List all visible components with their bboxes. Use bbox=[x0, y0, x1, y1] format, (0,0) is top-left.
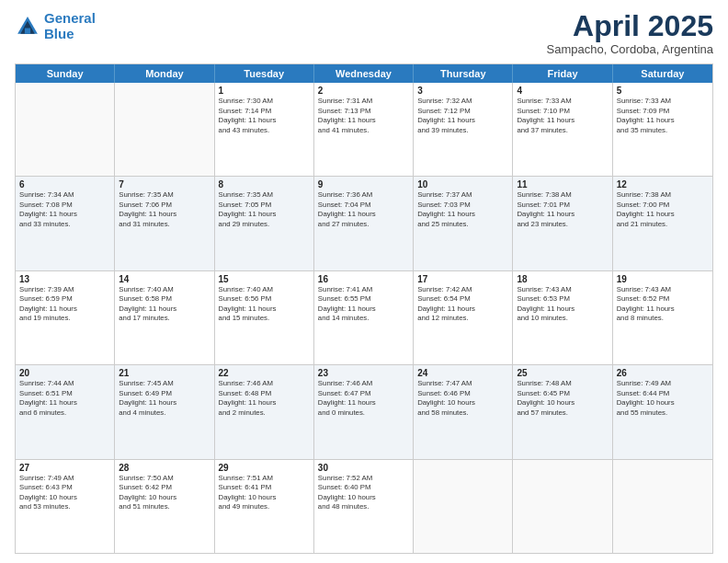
day-cell-6: 6Sunrise: 7:34 AM Sunset: 7:08 PM Daylig… bbox=[16, 177, 115, 270]
day-cell-17: 17Sunrise: 7:42 AM Sunset: 6:54 PM Dayli… bbox=[414, 271, 513, 364]
day-number: 20 bbox=[19, 368, 110, 378]
header-friday: Friday bbox=[513, 64, 612, 83]
day-cell-8: 8Sunrise: 7:35 AM Sunset: 7:05 PM Daylig… bbox=[215, 177, 314, 270]
day-number: 28 bbox=[119, 463, 210, 473]
sun-info: Sunrise: 7:35 AM Sunset: 7:06 PM Dayligh… bbox=[119, 190, 210, 229]
day-number: 8 bbox=[219, 179, 310, 190]
day-number: 27 bbox=[19, 463, 110, 473]
day-cell-10: 10Sunrise: 7:37 AM Sunset: 7:03 PM Dayli… bbox=[414, 177, 513, 270]
sun-info: Sunrise: 7:34 AM Sunset: 7:08 PM Dayligh… bbox=[19, 190, 110, 229]
day-number: 11 bbox=[517, 179, 608, 190]
logo: General Blue bbox=[15, 11, 96, 41]
day-number: 6 bbox=[19, 179, 110, 190]
sun-info: Sunrise: 7:40 AM Sunset: 6:56 PM Dayligh… bbox=[219, 285, 310, 324]
day-cell-12: 12Sunrise: 7:38 AM Sunset: 7:00 PM Dayli… bbox=[613, 177, 712, 270]
sun-info: Sunrise: 7:49 AM Sunset: 6:44 PM Dayligh… bbox=[617, 379, 709, 418]
sun-info: Sunrise: 7:33 AM Sunset: 7:09 PM Dayligh… bbox=[617, 97, 709, 135]
title-location: Sampacho, Cordoba, Argentina bbox=[547, 42, 713, 56]
svg-rect-2 bbox=[25, 28, 30, 33]
day-number: 25 bbox=[517, 368, 608, 378]
day-cell-27: 27Sunrise: 7:49 AM Sunset: 6:43 PM Dayli… bbox=[16, 460, 115, 553]
day-number: 15 bbox=[219, 274, 310, 284]
day-cell-19: 19Sunrise: 7:43 AM Sunset: 6:52 PM Dayli… bbox=[613, 271, 712, 364]
day-cell-22: 22Sunrise: 7:46 AM Sunset: 6:48 PM Dayli… bbox=[215, 365, 314, 458]
day-number: 13 bbox=[19, 274, 110, 284]
sun-info: Sunrise: 7:48 AM Sunset: 6:45 PM Dayligh… bbox=[517, 379, 608, 418]
day-cell-21: 21Sunrise: 7:45 AM Sunset: 6:49 PM Dayli… bbox=[115, 365, 214, 458]
sun-info: Sunrise: 7:39 AM Sunset: 6:59 PM Dayligh… bbox=[19, 285, 110, 324]
header-wednesday: Wednesday bbox=[314, 64, 414, 83]
day-cell-5: 5Sunrise: 7:33 AM Sunset: 7:09 PM Daylig… bbox=[613, 83, 712, 176]
day-number: 2 bbox=[318, 86, 409, 96]
calendar-row-3: 13Sunrise: 7:39 AM Sunset: 6:59 PM Dayli… bbox=[16, 271, 712, 365]
day-cell-28: 28Sunrise: 7:50 AM Sunset: 6:42 PM Dayli… bbox=[115, 460, 214, 553]
sun-info: Sunrise: 7:38 AM Sunset: 7:00 PM Dayligh… bbox=[617, 190, 709, 229]
sun-info: Sunrise: 7:46 AM Sunset: 6:48 PM Dayligh… bbox=[219, 379, 310, 418]
day-cell-23: 23Sunrise: 7:46 AM Sunset: 6:47 PM Dayli… bbox=[314, 365, 414, 458]
day-number: 18 bbox=[517, 274, 608, 284]
sun-info: Sunrise: 7:38 AM Sunset: 7:01 PM Dayligh… bbox=[517, 190, 608, 229]
day-cell-26: 26Sunrise: 7:49 AM Sunset: 6:44 PM Dayli… bbox=[613, 365, 712, 458]
day-cell-14: 14Sunrise: 7:40 AM Sunset: 6:58 PM Dayli… bbox=[115, 271, 214, 364]
sun-info: Sunrise: 7:33 AM Sunset: 7:10 PM Dayligh… bbox=[517, 97, 608, 135]
empty-cell bbox=[115, 83, 214, 176]
sun-info: Sunrise: 7:51 AM Sunset: 6:41 PM Dayligh… bbox=[219, 474, 310, 512]
day-number: 7 bbox=[119, 179, 210, 190]
day-number: 14 bbox=[119, 274, 210, 284]
logo-line2: Blue bbox=[44, 26, 74, 41]
day-number: 16 bbox=[318, 274, 409, 284]
day-cell-24: 24Sunrise: 7:47 AM Sunset: 6:46 PM Dayli… bbox=[414, 365, 513, 458]
sun-info: Sunrise: 7:43 AM Sunset: 6:53 PM Dayligh… bbox=[517, 285, 608, 324]
day-number: 12 bbox=[617, 179, 709, 190]
sun-info: Sunrise: 7:43 AM Sunset: 6:52 PM Dayligh… bbox=[617, 285, 709, 324]
sun-info: Sunrise: 7:35 AM Sunset: 7:05 PM Dayligh… bbox=[219, 190, 310, 229]
day-number: 23 bbox=[318, 368, 409, 378]
calendar-row-4: 20Sunrise: 7:44 AM Sunset: 6:51 PM Dayli… bbox=[16, 365, 712, 459]
day-number: 30 bbox=[318, 463, 409, 473]
calendar-row-5: 27Sunrise: 7:49 AM Sunset: 6:43 PM Dayli… bbox=[16, 460, 712, 553]
logo-icon bbox=[15, 14, 40, 40]
empty-cell bbox=[513, 460, 612, 553]
day-cell-18: 18Sunrise: 7:43 AM Sunset: 6:53 PM Dayli… bbox=[513, 271, 612, 364]
sun-info: Sunrise: 7:40 AM Sunset: 6:58 PM Dayligh… bbox=[119, 285, 210, 324]
sun-info: Sunrise: 7:52 AM Sunset: 6:40 PM Dayligh… bbox=[318, 474, 409, 512]
sun-info: Sunrise: 7:41 AM Sunset: 6:55 PM Dayligh… bbox=[318, 285, 409, 324]
day-cell-11: 11Sunrise: 7:38 AM Sunset: 7:01 PM Dayli… bbox=[513, 177, 612, 270]
header-tuesday: Tuesday bbox=[215, 64, 314, 83]
day-number: 22 bbox=[219, 368, 310, 378]
day-cell-16: 16Sunrise: 7:41 AM Sunset: 6:55 PM Dayli… bbox=[314, 271, 414, 364]
day-cell-9: 9Sunrise: 7:36 AM Sunset: 7:04 PM Daylig… bbox=[314, 177, 414, 270]
day-number: 4 bbox=[517, 86, 608, 96]
day-cell-20: 20Sunrise: 7:44 AM Sunset: 6:51 PM Dayli… bbox=[16, 365, 115, 458]
sun-info: Sunrise: 7:47 AM Sunset: 6:46 PM Dayligh… bbox=[417, 379, 508, 418]
calendar-row-1: 1Sunrise: 7:30 AM Sunset: 7:14 PM Daylig… bbox=[16, 83, 712, 177]
sun-info: Sunrise: 7:30 AM Sunset: 7:14 PM Dayligh… bbox=[219, 97, 310, 135]
day-cell-2: 2Sunrise: 7:31 AM Sunset: 7:13 PM Daylig… bbox=[314, 83, 414, 176]
day-number: 29 bbox=[219, 463, 310, 473]
title-block: April 2025 Sampacho, Cordoba, Argentina bbox=[547, 11, 713, 56]
day-number: 19 bbox=[617, 274, 709, 284]
day-cell-13: 13Sunrise: 7:39 AM Sunset: 6:59 PM Dayli… bbox=[16, 271, 115, 364]
day-cell-25: 25Sunrise: 7:48 AM Sunset: 6:45 PM Dayli… bbox=[513, 365, 612, 458]
calendar-row-2: 6Sunrise: 7:34 AM Sunset: 7:08 PM Daylig… bbox=[16, 177, 712, 270]
logo-text: General Blue bbox=[44, 11, 96, 41]
day-cell-3: 3Sunrise: 7:32 AM Sunset: 7:12 PM Daylig… bbox=[414, 83, 513, 176]
sun-info: Sunrise: 7:49 AM Sunset: 6:43 PM Dayligh… bbox=[19, 474, 110, 512]
day-number: 26 bbox=[617, 368, 709, 378]
empty-cell bbox=[613, 460, 712, 553]
title-month: April 2025 bbox=[547, 11, 713, 40]
sun-info: Sunrise: 7:37 AM Sunset: 7:03 PM Dayligh… bbox=[417, 190, 508, 229]
page: General Blue April 2025 Sampacho, Cordob… bbox=[0, 0, 728, 563]
calendar-body: 1Sunrise: 7:30 AM Sunset: 7:14 PM Daylig… bbox=[16, 83, 712, 553]
day-cell-30: 30Sunrise: 7:52 AM Sunset: 6:40 PM Dayli… bbox=[314, 460, 414, 553]
day-number: 10 bbox=[417, 179, 508, 190]
sun-info: Sunrise: 7:42 AM Sunset: 6:54 PM Dayligh… bbox=[417, 285, 508, 324]
day-cell-1: 1Sunrise: 7:30 AM Sunset: 7:14 PM Daylig… bbox=[215, 83, 314, 176]
day-number: 21 bbox=[119, 368, 210, 378]
sun-info: Sunrise: 7:46 AM Sunset: 6:47 PM Dayligh… bbox=[318, 379, 409, 418]
day-number: 9 bbox=[318, 179, 409, 190]
sun-info: Sunrise: 7:45 AM Sunset: 6:49 PM Dayligh… bbox=[119, 379, 210, 418]
header-sunday: Sunday bbox=[16, 64, 115, 83]
empty-cell bbox=[16, 83, 115, 176]
sun-info: Sunrise: 7:32 AM Sunset: 7:12 PM Dayligh… bbox=[417, 97, 508, 135]
